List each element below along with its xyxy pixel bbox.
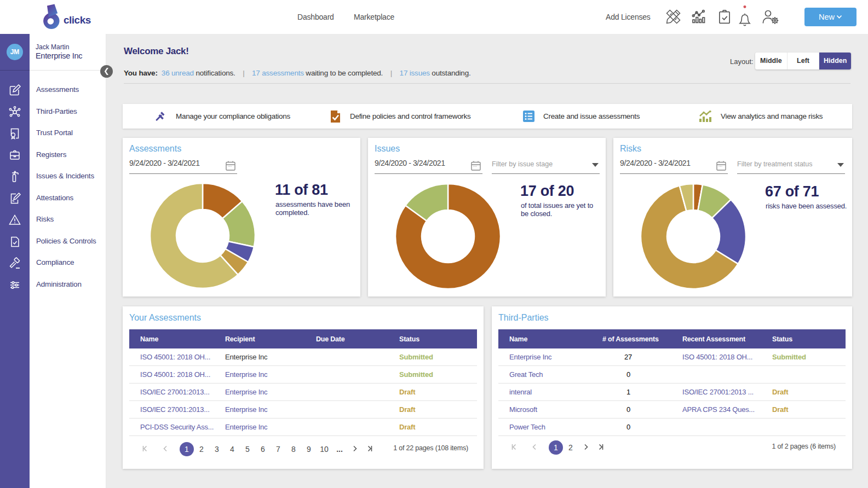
svg-text:clicks: clicks — [64, 14, 91, 26]
